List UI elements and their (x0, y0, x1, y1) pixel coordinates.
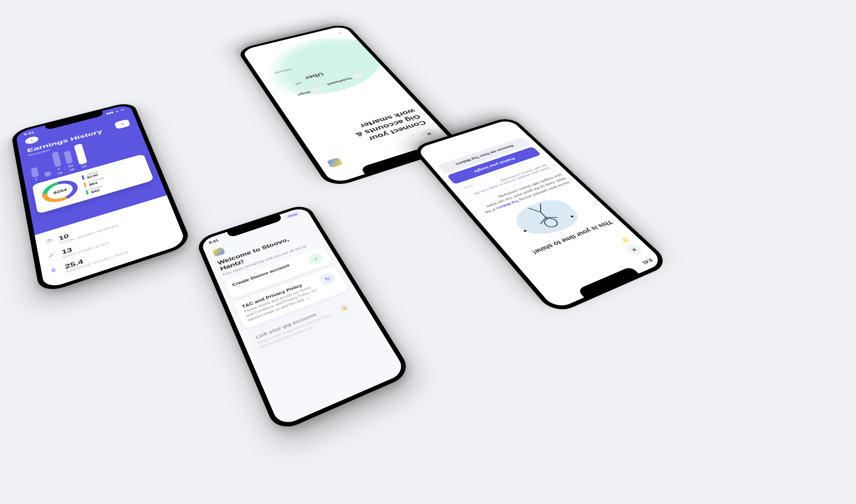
bar-label: Sa (67, 164, 74, 168)
stat-value: 10 (58, 218, 118, 242)
sparkle-icon: ✨ (620, 236, 632, 244)
wifi-icon: ▲ (115, 110, 119, 113)
stats-panel: ⏱10TOTAL HOURS WORKED ✓13GIGS COMPLETED … (35, 195, 186, 290)
status-bar: 9:41 (547, 253, 665, 310)
back-chevron-icon[interactable]: ‹ (337, 31, 343, 35)
bar-num: 19 (69, 168, 74, 172)
checkmark-icon: ✓ (306, 252, 325, 266)
screen-welcome: 9:41 Help Welcome to Stoovo, Hantz! Few … (200, 206, 407, 427)
donut-total: $254 (46, 181, 74, 202)
donut-chart[interactable]: $254 (40, 177, 80, 206)
svg-text:✦: ✦ (568, 214, 576, 220)
phone-earnings: 9:41 ▮▮▮ ▲ ▭ ‹ Earnings History November… (11, 101, 192, 295)
svg-point-0 (542, 217, 560, 228)
donut-legend: UBER$130 CAVIAR$84 SHIPT$40 (81, 169, 108, 195)
bar-label: F (57, 168, 61, 171)
status-time: 9:41 (641, 257, 654, 265)
bar-num: 18 (57, 171, 63, 175)
refresh-icon: ↻ (318, 271, 337, 286)
screen-top-makers: 9:41 ✕ ✨ This is your time to shine! ✦ ✦… (416, 119, 664, 310)
stat-label: AVERAGE HOURLY RATE (66, 250, 129, 273)
dollar-icon: $ (51, 265, 60, 273)
phone-welcome: 9:41 Help Welcome to Stoovo, Hantz! Few … (195, 203, 413, 433)
notch (227, 215, 282, 237)
close-icon: ✕ (629, 246, 639, 253)
screen-earnings: 9:41 ▮▮▮ ▲ ▭ ‹ Earnings History November… (15, 104, 186, 290)
chevron-left-icon: ‹ (30, 138, 33, 142)
lock-icon: 🔒 (334, 299, 354, 315)
stoovo-logo-icon (327, 157, 343, 168)
close-button[interactable]: ✕ (623, 243, 645, 257)
stat-label: TOTAL HOURS WORKED (60, 224, 119, 245)
back-button[interactable]: ‹ (25, 136, 39, 145)
svg-text:✦: ✦ (521, 228, 529, 234)
bar-num: 20 (81, 165, 87, 168)
bar-label: T (35, 178, 38, 181)
clock-icon: ⏱ (45, 237, 54, 245)
status-time: 9:41 (208, 239, 219, 245)
stat-value: 13 (61, 235, 109, 256)
shine-title: This is your time to shine! (517, 219, 614, 261)
char-counter: 0/280 (462, 184, 474, 190)
stat-label: GIGS COMPLETED (63, 241, 110, 259)
battery-icon: ▭ (120, 108, 125, 111)
check-icon: ✓ (48, 251, 57, 259)
stat-value: 25.4 (64, 244, 128, 270)
close-icon: ✕ (425, 131, 434, 137)
fingerprint-globe-icon (245, 28, 399, 107)
phone-top-makers: 9:41 ✕ ✨ This is your time to shine! ✦ ✦… (411, 116, 672, 315)
close-button[interactable]: ✕ (419, 128, 440, 140)
stoovo-logo-icon (212, 247, 225, 257)
sliders-icon: ≡ (120, 122, 125, 126)
